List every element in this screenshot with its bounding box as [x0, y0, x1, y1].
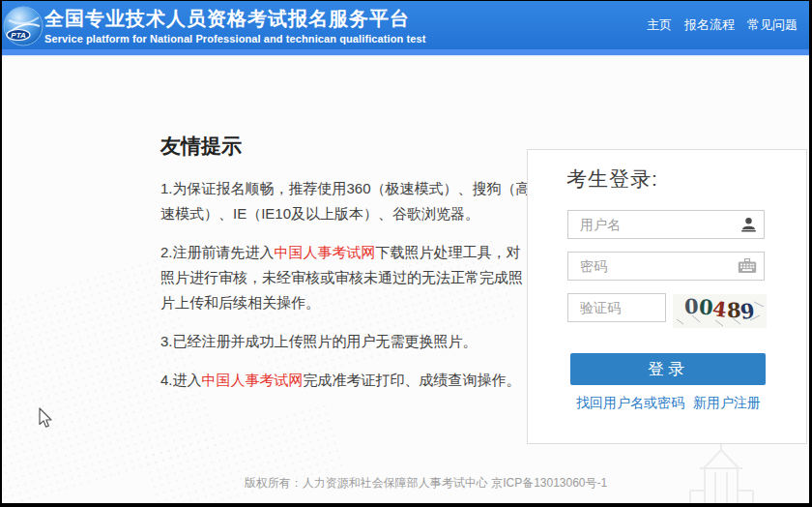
pta-logo-icon: PTA — [3, 5, 45, 47]
captcha-noise-lines — [673, 294, 767, 328]
login-heading: 考生登录: — [566, 165, 658, 193]
building-watermark-icon — [676, 438, 768, 507]
password-input[interactable] — [567, 252, 765, 281]
tip-item-1: 1.为保证报名顺畅，推荐使用360（极速模式）、搜狗（高速模式）、IE（IE10… — [160, 176, 534, 226]
footer: 版权所有：人力资源和社会保障部人事考试中心 京ICP备13013060号-1 — [2, 475, 809, 492]
tips-heading: 友情提示 — [160, 133, 534, 160]
cpta-site-link[interactable]: 中国人事考试网 — [202, 372, 304, 388]
login-button[interactable]: 登录 — [570, 353, 766, 385]
nav-registration-process[interactable]: 报名流程 — [684, 16, 735, 34]
candidate-login-panel: 考生登录: — [527, 149, 807, 444]
username-input[interactable] — [567, 210, 765, 239]
captcha-field-wrap — [567, 293, 666, 322]
tip-item-4: 4.进入中国人事考试网完成准考证打印、成绩查询操作。 — [160, 368, 534, 393]
copyright-text: 版权所有：人力资源和社会保障部人事考试中心 京ICP备13013060号-1 — [245, 476, 607, 490]
new-user-register-link[interactable]: 新用户注册 — [693, 395, 761, 412]
site-title: 全国专业技术人员资格考试报名服务平台 — [44, 6, 425, 31]
page: PTA 全国专业技术人员资格考试报名服务平台 Service platform … — [0, 0, 812, 507]
password-field-wrap — [567, 252, 765, 281]
site-subtitle: Service platform for National Profession… — [44, 33, 425, 45]
svg-text:PTA: PTA — [11, 31, 26, 40]
username-field-wrap — [567, 210, 765, 239]
tip-item-3: 3.已经注册并成功上传照片的用户无需更换照片。 — [160, 329, 534, 354]
forgot-credentials-link[interactable]: 找回用户名或密码 — [576, 395, 684, 412]
nav-home[interactable]: 主页 — [647, 16, 672, 34]
site-titles: 全国专业技术人员资格考试报名服务平台 Service platform for … — [44, 6, 425, 45]
nav-faq[interactable]: 常见问题 — [747, 16, 798, 34]
header: PTA 全国专业技术人员资格考试报名服务平台 Service platform … — [2, 1, 809, 49]
friendly-tips-section: 友情提示 1.为保证报名顺畅，推荐使用360（极速模式）、搜狗（高速模式）、IE… — [160, 133, 534, 406]
mouse-cursor-icon — [37, 407, 52, 432]
tip-item-2: 2.注册前请先进入中国人事考试网下载照片处理工具，对照片进行审核，未经审核或审核… — [160, 240, 534, 315]
captcha-image[interactable]: 0 0 4 8 9 — [673, 294, 767, 328]
header-accent-strip — [2, 49, 809, 56]
cpta-site-link[interactable]: 中国人事考试网 — [275, 244, 376, 260]
top-nav: 主页 报名流程 常见问题 — [647, 1, 798, 49]
captcha-input[interactable] — [567, 293, 666, 322]
